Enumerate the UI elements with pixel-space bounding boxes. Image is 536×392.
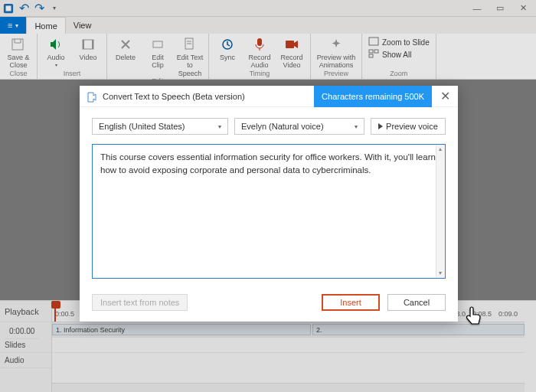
language-value: English (United States)	[99, 122, 185, 131]
tts-textarea[interactable]: This course covers essential information…	[92, 144, 446, 279]
preview-voice-label: Preview voice	[386, 122, 438, 131]
language-select[interactable]: English (United States) ▾	[92, 118, 228, 135]
dialog-close-button[interactable]: ✕	[432, 86, 458, 107]
insert-from-notes-button: Insert text from notes	[92, 294, 188, 311]
scroll-down-icon[interactable]: ▾	[436, 269, 445, 278]
tts-text-value: This course covers essential information…	[100, 152, 436, 175]
dialog-titlebar: Convert Text to Speech (Beta version) Ch…	[80, 86, 458, 107]
characters-remaining-chip: Characters remaining 500K	[314, 86, 432, 107]
tts-dialog: Convert Text to Speech (Beta version) Ch…	[80, 86, 458, 322]
chevron-down-icon: ▾	[218, 123, 221, 130]
chevron-down-icon: ▾	[355, 123, 358, 130]
insert-button[interactable]: Insert	[322, 294, 380, 311]
preview-voice-button[interactable]: Preview voice	[371, 118, 446, 135]
tts-dialog-icon	[86, 90, 98, 103]
dialog-title: Convert Text to Speech (Beta version)	[103, 92, 245, 101]
dialog-body: English (United States) ▾ Evelyn (Natura…	[80, 107, 458, 286]
voice-value: Evelyn (Natural voice)	[241, 122, 324, 131]
textarea-scrollbar[interactable]: ▴ ▾	[436, 145, 445, 278]
voice-select[interactable]: Evelyn (Natural voice) ▾	[234, 118, 364, 135]
scroll-up-icon[interactable]: ▴	[436, 145, 445, 154]
play-icon	[378, 123, 383, 129]
dialog-footer: Insert text from notes Insert Cancel	[80, 286, 458, 322]
cancel-button[interactable]: Cancel	[387, 294, 446, 311]
